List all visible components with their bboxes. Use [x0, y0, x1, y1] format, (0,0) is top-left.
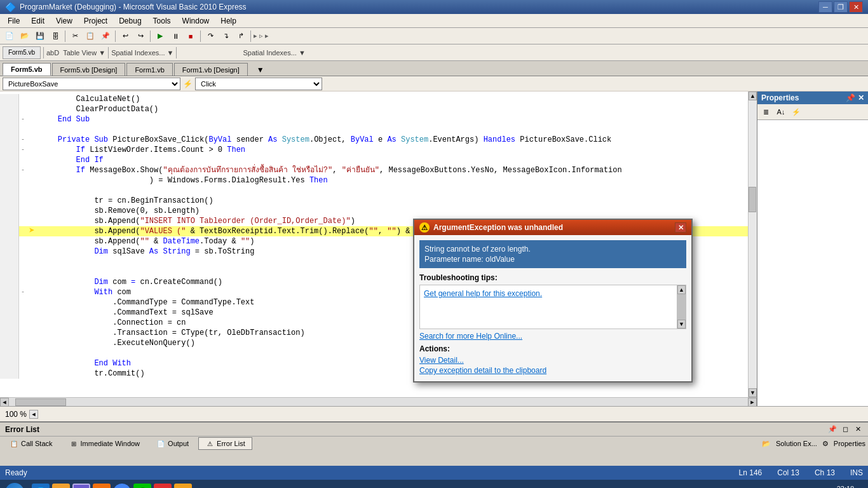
copy-btn[interactable]: 📋 [83, 30, 97, 43]
toolbar-spacer: ▸ ▹ ▸ [254, 32, 269, 40]
vertical-scrollbar[interactable]: ▲ ▼ [748, 92, 757, 397]
taskbar-line-icon[interactable]: 💬 [133, 484, 151, 488]
tips-scroll-down[interactable]: ▼ [677, 320, 686, 329]
taskbar-time: 23:18 [828, 485, 863, 488]
cut-btn[interactable]: ✂ [68, 30, 82, 43]
stop-btn[interactable]: ■ [184, 30, 198, 43]
class-dropdown[interactable]: PictureBoxSave [3, 78, 180, 90]
properties-close-icon[interactable]: ✕ [858, 93, 864, 102]
props-alpha-btn[interactable]: A↓ [774, 105, 788, 118]
menu-project[interactable]: Project [79, 15, 112, 27]
menu-window[interactable]: Window [177, 15, 215, 27]
exception-message-box: String cannot be of zero length. Paramet… [419, 240, 686, 268]
menu-view[interactable]: View [51, 15, 78, 27]
panel-tab-output[interactable]: 📄 Output [149, 437, 196, 450]
copy-exception-link[interactable]: Copy exception detail to the clipboard [419, 366, 686, 375]
panel-auto-hide-btn[interactable]: ◻ [840, 424, 850, 435]
tab-form1-design[interactable]: Form1.vb [Design] [174, 63, 248, 76]
form5-btn[interactable]: Form5.vb [3, 46, 41, 59]
title-bar-controls: ─ ❐ ✕ [818, 1, 863, 13]
tab-strip: Form5.vb Form5.vb [Design] Form1.vb Form… [0, 61, 868, 76]
code-line-4 [0, 125, 748, 135]
save-all-btn[interactable]: 🗄 [48, 30, 62, 43]
tab-form5-design[interactable]: Form5.vb [Design] [52, 63, 126, 76]
panel-pin-btn[interactable]: 📌 [827, 424, 837, 435]
panel-tab-error-list[interactable]: ⚠ Error List [198, 437, 252, 450]
menu-bar: File Edit View Project Debug Tools Windo… [0, 14, 868, 28]
panel-tab-immediate[interactable]: ⊞ Immediate Window [62, 437, 147, 450]
taskbar-folder-icon[interactable]: 📁 [52, 484, 70, 488]
hscroll-right-btn[interactable]: ► [748, 398, 757, 407]
immediate-window-label: Immediate Window [81, 440, 140, 447]
error-list-title: Error List [5, 425, 39, 434]
menu-tools[interactable]: Tools [148, 15, 176, 27]
menu-file[interactable]: File [3, 15, 25, 27]
tab-form5-vb[interactable]: Form5.vb [3, 63, 51, 76]
start-button[interactable]: ⊞ [5, 483, 24, 488]
tips-scroll-up[interactable]: ▲ [677, 285, 686, 294]
exception-dialog: ⚠ ArgumentException was unhandled ✕ Stri… [413, 219, 693, 383]
taskbar-vb-icon[interactable]: VB [72, 484, 90, 488]
taskbar-ie-icon[interactable]: 🌐 [32, 484, 50, 488]
error-list-tab-label: Error List [217, 440, 245, 447]
view-detail-link[interactable]: View Detail... [419, 356, 686, 365]
panel-close-btn[interactable]: ✕ [853, 424, 863, 435]
step-over-btn[interactable]: ↴ [219, 30, 233, 43]
sep8 [176, 47, 177, 58]
toolbar-label: abD [46, 49, 59, 57]
code-line-2: ClearProductData() [0, 104, 748, 114]
menu-debug[interactable]: Debug [114, 15, 146, 27]
method-dropdown[interactable]: Click [195, 78, 322, 90]
taskbar-paint-icon[interactable]: 🎨 [174, 484, 192, 488]
tab-form1-vb[interactable]: Form1.vb [126, 63, 172, 76]
open-btn[interactable]: 📂 [18, 30, 32, 43]
hscroll-thumb[interactable] [15, 398, 66, 406]
taskbar-chrome-icon[interactable]: ● [113, 484, 131, 488]
solution-explorer-area: 📂 Solution Ex... ⚙ Properties [762, 440, 865, 448]
tips-scroll-thumb[interactable] [677, 294, 686, 320]
output-label: Output [168, 440, 189, 447]
general-help-link[interactable]: Get general help for this exception. [424, 289, 542, 298]
menu-help[interactable]: Help [215, 15, 241, 27]
code-header: PictureBoxSave ⚡ Click [0, 76, 868, 92]
zoom-area: 100 % ◄ [5, 410, 38, 419]
save-btn[interactable]: 💾 [33, 30, 47, 43]
zoom-decrease-btn[interactable]: ◄ [29, 410, 38, 419]
restore-button[interactable]: ❐ [834, 1, 848, 13]
close-button[interactable]: ✕ [849, 1, 863, 13]
spatial-index-label: Spatial Indexes... ▼ [111, 49, 173, 57]
paste-btn[interactable]: 📌 [98, 30, 112, 43]
props-events-btn[interactable]: ⚡ [789, 105, 803, 118]
run-btn[interactable]: ▶ [153, 30, 167, 43]
dialog-close-button[interactable]: ✕ [675, 222, 686, 233]
solution-explorer-icon: 📂 [762, 440, 771, 448]
status-right: Ln 146 Col 13 Ch 13 INS [739, 468, 863, 477]
dialog-title-text: ArgumentException was unhandled [433, 223, 563, 232]
code-line-7: End If [0, 155, 748, 165]
pause-btn[interactable]: ⏸ [168, 30, 182, 43]
search-help-link[interactable]: Search for more Help Online... [419, 332, 686, 341]
props-category-btn[interactable]: ≣ [759, 105, 773, 118]
step-out-btn[interactable]: ↱ [234, 30, 248, 43]
output-icon: 📄 [156, 439, 165, 448]
menu-edit[interactable]: Edit [26, 15, 50, 27]
step-in-btn[interactable]: ↷ [203, 30, 217, 43]
new-project-btn[interactable]: 📄 [3, 30, 17, 43]
scroll-down-btn[interactable]: ▼ [749, 388, 757, 397]
horizontal-scrollbar[interactable]: ◄ ► [0, 397, 757, 406]
scroll-up-btn[interactable]: ▲ [749, 92, 757, 100]
tab-dropdown[interactable]: ▼ [252, 64, 269, 76]
sep5 [250, 30, 251, 42]
troubleshooting-label: Troubleshooting tips: [419, 273, 686, 282]
undo-btn[interactable]: ↩ [118, 30, 132, 43]
scroll-thumb[interactable] [749, 187, 756, 212]
hscroll-left-btn[interactable]: ◄ [0, 398, 9, 407]
taskbar-store-icon[interactable]: 🛒 [154, 484, 172, 488]
minimize-button[interactable]: ─ [818, 1, 832, 13]
properties-header: Properties 📌 ✕ [757, 92, 868, 104]
bottom-toolbar: 100 % ◄ [0, 406, 868, 421]
taskbar-vlc-icon[interactable]: ▶ [93, 484, 111, 488]
redo-btn[interactable]: ↪ [133, 30, 147, 43]
properties-pin-icon[interactable]: 📌 [846, 93, 855, 102]
panel-tab-call-stack[interactable]: 📋 Call Stack [3, 437, 60, 450]
